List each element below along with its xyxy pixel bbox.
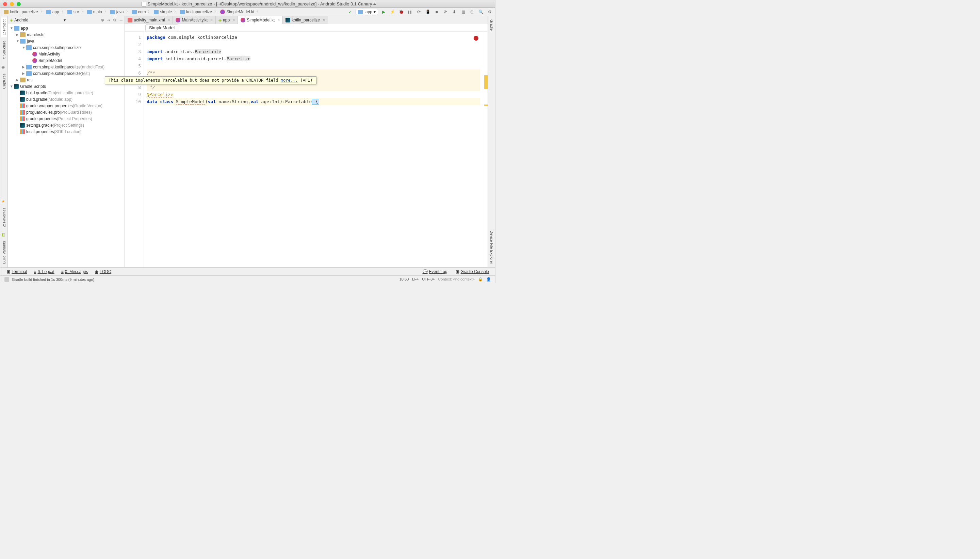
tree-node-package[interactable]: ▼com.simple.kotlinparcelize (8, 44, 125, 51)
kotlin-file-icon (241, 18, 245, 23)
breadcrumb-item[interactable]: com (131, 10, 147, 14)
gear-icon[interactable]: ⚙ (113, 18, 117, 23)
encoding[interactable]: UTF-8÷ (422, 277, 434, 281)
warning-marker[interactable] (484, 75, 488, 89)
context[interactable]: Context: <no context> (438, 277, 475, 281)
structure-tab[interactable]: 7: Structure (2, 38, 7, 62)
breadcrumb-item[interactable]: kotlin_parcelize (2, 10, 40, 14)
gradle-tab[interactable]: Gradle (489, 17, 495, 33)
sync-icon[interactable]: ↙ (347, 8, 353, 15)
layout-inspector-icon[interactable]: ⊞ (469, 8, 475, 15)
hide-icon[interactable]: ─ (119, 18, 122, 23)
project-panel-header: ◈ Android ▾ ⊕ ⇥ ⚙ ─ (8, 16, 125, 24)
close-icon[interactable]: × (277, 18, 280, 23)
properties-file-icon (20, 104, 25, 108)
breadcrumb-item[interactable]: src (66, 10, 80, 14)
event-log-tab[interactable]: 💬Event Log (419, 269, 451, 274)
android-icon: ◈ (218, 18, 221, 23)
stop-icon[interactable]: ■ (433, 8, 440, 15)
lock-icon[interactable]: 🔒 (478, 277, 483, 281)
profile-icon[interactable]: ⫿⫿ (407, 8, 413, 15)
breadcrumb-item[interactable]: main (86, 10, 104, 14)
run-config-selector[interactable]: app ▾ (356, 9, 378, 15)
tooltip-more-link[interactable]: more... (281, 78, 298, 83)
sync-gradle-icon[interactable]: ⬇ (451, 8, 458, 15)
status-message: Gradle build finished in 1s 300ms (9 min… (12, 278, 94, 281)
editor-tab-simple-model[interactable]: SimpleModel.kt× (238, 17, 283, 24)
settings-icon[interactable]: ⚙ (486, 8, 493, 15)
search-icon[interactable]: 🔍 (477, 8, 484, 15)
editor-breadcrumb-item[interactable]: SimpleModel (145, 25, 178, 31)
breadcrumb-item[interactable]: app (45, 10, 61, 14)
close-icon[interactable]: × (167, 18, 170, 23)
logcat-tab[interactable]: ≡6: Logcat (30, 269, 58, 274)
editor-tab-kotlin-parcelize[interactable]: kotlin_parcelize× (283, 16, 328, 24)
folder-icon (20, 32, 26, 37)
debug-icon[interactable]: 🐞 (398, 8, 404, 15)
gradle-console-tab[interactable]: ▣Gradle Console (452, 269, 492, 274)
tree-node-package-test[interactable]: ▶com.simple.kotlinparcelize (test) (8, 70, 125, 77)
syntax-error-icon[interactable]: ⬤ (474, 35, 479, 41)
error-stripe[interactable] (483, 31, 488, 267)
tree-node-java[interactable]: ▼java (8, 38, 125, 44)
todo-tab[interactable]: ◉TODO (92, 269, 115, 274)
close-icon[interactable]: × (210, 18, 213, 23)
view-selector[interactable]: Android (14, 18, 28, 23)
tree-file-gradle-wrapper[interactable]: gradle-wrapper.properties (Gradle Versio… (8, 103, 125, 109)
tree-file-simplemodel[interactable]: SimpleModel (8, 57, 125, 64)
close-icon[interactable]: × (323, 18, 325, 23)
tree-file-build-gradle-mod[interactable]: build.gradle (Module: app) (8, 96, 125, 103)
editor-tab-activity-main[interactable]: activity_main.xml× (125, 16, 173, 24)
view-dropdown-icon[interactable]: ▾ (64, 18, 66, 23)
apply-changes-icon[interactable]: ⚡ (389, 8, 396, 15)
minimize-icon[interactable] (10, 2, 14, 6)
tree-file-mainactivity[interactable]: MainActivity (8, 51, 125, 57)
maximize-icon[interactable] (16, 2, 21, 6)
device-explorer-tab[interactable]: Device File Explorer (489, 228, 495, 266)
tree-node-app[interactable]: ▼app (8, 25, 125, 31)
locate-icon[interactable]: ⊕ (101, 18, 104, 23)
project-structure-icon[interactable]: ▥ (460, 8, 467, 15)
terminal-tab[interactable]: ▣Terminal (3, 269, 30, 274)
run-icon[interactable]: ▶ (380, 8, 387, 15)
close-icon[interactable] (3, 2, 7, 6)
tree-file-build-gradle-proj[interactable]: build.gradle (Project: kotlin_parcelize) (8, 89, 125, 96)
breadcrumb-item[interactable]: simple (152, 10, 173, 14)
attach-debugger-icon[interactable]: ⟳ (416, 8, 422, 15)
tree-node-package-androidtest[interactable]: ▶com.simple.kotlinparcelize (androidTest… (8, 64, 125, 70)
main-area: 1: Project 7: Structure ◉ Captures ★ 2: … (0, 16, 495, 267)
gutter: 12345678910 (125, 31, 144, 267)
breadcrumb-item[interactable]: SimpleModel.kt (219, 10, 256, 14)
favorites-star-icon[interactable]: ★ (2, 199, 7, 204)
project-tab[interactable]: 1: Project (2, 17, 7, 37)
editor-content[interactable]: 12345678910 package com.simple.kotlinpar… (125, 31, 488, 267)
tree-file-settings-gradle[interactable]: settings.gradle (Project Settings) (8, 122, 125, 128)
warning-marker[interactable] (484, 104, 488, 106)
editor-tab-app[interactable]: ◈app× (216, 16, 238, 24)
sdk-manager-icon[interactable]: ⟳ (442, 8, 449, 15)
tree-file-gradle-props[interactable]: gradle.properties (Project Properties) (8, 116, 125, 122)
breadcrumb-item[interactable]: java (109, 10, 125, 14)
build-variants-icon[interactable]: ◧ (2, 232, 7, 238)
cursor-position[interactable]: 10:63 (399, 277, 409, 281)
folder-icon (180, 10, 185, 14)
tree-file-local-props[interactable]: local.properties (SDK Location) (8, 128, 125, 135)
avd-manager-icon[interactable]: 📱 (424, 8, 431, 15)
status-icon[interactable] (5, 277, 9, 282)
code-content[interactable]: package com.simple.kotlinparcelize impor… (144, 31, 483, 267)
inspector-icon[interactable]: 👤 (486, 277, 491, 281)
breadcrumb-item[interactable]: kotlinparcelize (179, 10, 213, 14)
collapse-icon[interactable]: ⇥ (107, 18, 110, 23)
close-icon[interactable]: × (233, 18, 235, 23)
tree-node-manifests[interactable]: ▶manifests (8, 31, 125, 38)
terminal-icon: ▣ (7, 269, 10, 274)
build-variants-tab[interactable]: Build Variants (2, 239, 7, 266)
editor-tab-main-activity[interactable]: MainActivity.kt× (173, 16, 216, 24)
tree-file-proguard[interactable]: proguard-rules.pro (ProGuard Rules) (8, 109, 125, 116)
captures-icon[interactable]: ◉ (2, 64, 7, 70)
line-separator[interactable]: LF÷ (412, 277, 419, 281)
captures-tab[interactable]: Captures (2, 71, 7, 91)
messages-tab[interactable]: ≡0: Messages (58, 269, 92, 274)
event-log-icon: 💬 (422, 269, 428, 274)
favorites-tab[interactable]: 2: Favorites (2, 206, 7, 229)
